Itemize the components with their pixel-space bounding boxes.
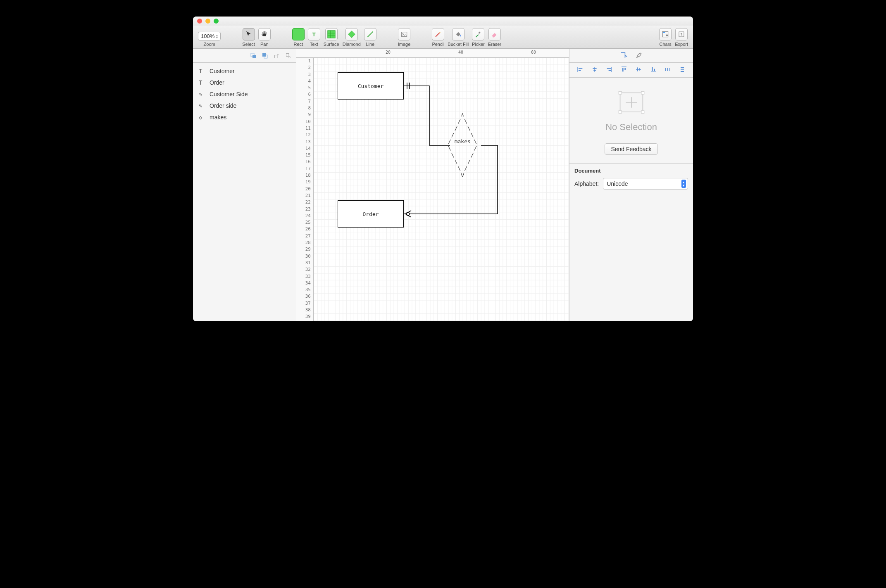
move-up-icon[interactable] bbox=[273, 52, 280, 59]
svg-rect-46 bbox=[619, 91, 622, 94]
move-down-icon[interactable] bbox=[284, 52, 292, 59]
document-section: Document Alphabet: Unicode ▴▾ bbox=[569, 163, 693, 194]
select-label: Select bbox=[242, 42, 255, 47]
svg-point-18 bbox=[406, 212, 410, 216]
align-bottom-icon[interactable] bbox=[650, 66, 657, 74]
ruler-vertical: 1234567891011121314151617181920212223242… bbox=[296, 58, 314, 321]
shape-order-label: Order bbox=[362, 211, 379, 217]
bucket-tool-button[interactable] bbox=[452, 28, 464, 40]
text-glyph-icon: T bbox=[199, 79, 205, 86]
svg-rect-11 bbox=[252, 55, 256, 58]
ruler-tick-20: 20 bbox=[386, 50, 391, 55]
svg-text:★: ★ bbox=[665, 33, 669, 37]
hand-icon bbox=[261, 31, 268, 38]
zoom-stepper[interactable]: 100% ▴▾ bbox=[198, 32, 221, 40]
distribute-v-icon[interactable] bbox=[679, 66, 686, 74]
align-center-h-icon[interactable] bbox=[591, 66, 598, 74]
close-window-button[interactable] bbox=[197, 19, 202, 24]
alphabet-label: Alphabet: bbox=[574, 180, 599, 187]
layer-item-order[interactable]: T Order bbox=[193, 77, 296, 88]
svg-rect-38 bbox=[654, 69, 655, 71]
shape-makes[interactable]: ∧ / \ / \ / \ / makes \ \ / \ / \ / \ / … bbox=[448, 111, 477, 179]
send-back-icon[interactable] bbox=[261, 52, 269, 59]
layer-item-customer-side[interactable]: ✎ Customer Side bbox=[193, 88, 296, 100]
layer-label: Order bbox=[210, 79, 224, 86]
image-icon bbox=[400, 31, 408, 38]
document-heading: Document bbox=[574, 168, 688, 174]
select-tool-button[interactable] bbox=[243, 28, 255, 40]
align-left-icon[interactable] bbox=[577, 66, 584, 74]
layer-item-order-side[interactable]: ✎ Order side bbox=[193, 100, 296, 111]
pencil-icon bbox=[434, 31, 442, 38]
cursor-icon bbox=[245, 31, 252, 38]
svg-rect-37 bbox=[652, 67, 653, 71]
tab-style-icon[interactable] bbox=[636, 51, 643, 60]
grid-icon bbox=[327, 30, 336, 39]
tab-shape-icon[interactable] bbox=[620, 52, 628, 59]
layer-list: T Customer T Order ✎ Customer Side ✎ Ord… bbox=[193, 63, 296, 126]
surface-tool-button[interactable] bbox=[325, 28, 338, 40]
eraser-icon bbox=[491, 31, 498, 38]
svg-rect-2 bbox=[401, 32, 407, 37]
layer-label: Customer Side bbox=[210, 91, 248, 97]
line-label: Line bbox=[366, 42, 374, 47]
zoom-value: 100% bbox=[201, 33, 214, 39]
svg-line-20 bbox=[405, 214, 411, 217]
svg-rect-47 bbox=[641, 91, 644, 94]
canvas-area: 20 40 60 1234567891011121314151617181920… bbox=[296, 49, 569, 321]
bucket-label: Bucket Fill bbox=[448, 42, 469, 47]
upload-icon bbox=[678, 31, 685, 38]
layer-item-makes[interactable]: ◇ makes bbox=[193, 111, 296, 123]
export-button[interactable] bbox=[675, 28, 688, 40]
pan-tool-button[interactable] bbox=[258, 28, 271, 40]
diamond-tool-button[interactable] bbox=[345, 28, 358, 40]
svg-rect-48 bbox=[619, 111, 622, 114]
layer-item-customer[interactable]: T Customer bbox=[193, 65, 296, 77]
minimize-window-button[interactable] bbox=[205, 19, 210, 24]
svg-rect-26 bbox=[593, 70, 595, 71]
no-selection-text: No Selection bbox=[569, 122, 693, 133]
image-tool-button[interactable] bbox=[398, 28, 410, 40]
text-icon: T bbox=[312, 31, 316, 38]
picker-tool-button[interactable] bbox=[472, 28, 484, 40]
shape-makes-label: makes bbox=[455, 138, 471, 145]
chevron-updown-icon: ▴▾ bbox=[216, 34, 218, 38]
alphabet-select[interactable]: Unicode ▴▾ bbox=[603, 178, 688, 190]
svg-rect-34 bbox=[637, 67, 638, 71]
diamond-glyph-icon: ◇ bbox=[199, 114, 205, 121]
svg-rect-0 bbox=[328, 31, 335, 38]
chevron-updown-icon: ▴▾ bbox=[681, 180, 686, 188]
layers-panel: T Customer T Order ✎ Customer Side ✎ Ord… bbox=[193, 49, 296, 321]
pencil-tool-button[interactable] bbox=[432, 28, 444, 40]
canvas[interactable]: Customer Order ∧ / \ / \ / \ / makes \ \… bbox=[314, 58, 569, 321]
pencil-glyph-icon: ✎ bbox=[199, 91, 205, 97]
eraser-tool-button[interactable] bbox=[488, 28, 501, 40]
align-center-v-icon[interactable] bbox=[635, 66, 642, 74]
bring-front-icon[interactable] bbox=[250, 52, 257, 59]
shape-order[interactable]: Order bbox=[338, 200, 404, 228]
svg-rect-22 bbox=[579, 68, 582, 69]
align-right-icon[interactable] bbox=[606, 66, 612, 74]
svg-rect-40 bbox=[667, 68, 668, 71]
ruler-horizontal: 20 40 60 bbox=[296, 49, 569, 58]
align-top-icon[interactable] bbox=[621, 66, 627, 74]
zoom-window-button[interactable] bbox=[214, 19, 219, 24]
rect-label: Rect bbox=[294, 42, 303, 47]
titlebar[interactable] bbox=[193, 17, 693, 26]
text-tool-button[interactable]: T bbox=[308, 28, 320, 40]
image-label: Image bbox=[398, 42, 411, 47]
svg-rect-14 bbox=[274, 55, 277, 58]
send-feedback-button[interactable]: Send Feedback bbox=[605, 143, 657, 155]
line-icon bbox=[366, 30, 374, 38]
rect-tool-button[interactable] bbox=[292, 28, 305, 40]
alphabet-value: Unicode bbox=[607, 180, 628, 187]
layer-label: Customer bbox=[210, 68, 235, 74]
distribute-h-icon[interactable] bbox=[664, 66, 671, 74]
svg-line-1 bbox=[367, 31, 373, 37]
chars-button[interactable]: ★ bbox=[659, 28, 672, 40]
chars-label: Chars bbox=[660, 42, 672, 47]
svg-rect-13 bbox=[262, 53, 266, 57]
line-tool-button[interactable] bbox=[364, 28, 376, 40]
eyedropper-icon bbox=[474, 31, 482, 38]
shape-customer[interactable]: Customer bbox=[338, 72, 404, 100]
